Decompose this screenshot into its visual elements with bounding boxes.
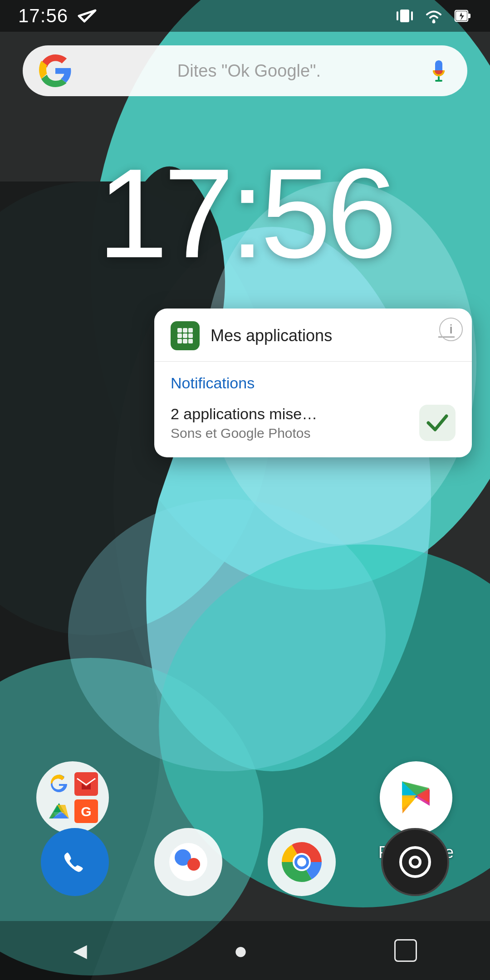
phone-icon	[41, 828, 109, 896]
status-bar: 17:56	[0, 0, 490, 32]
home-button[interactable]: ●	[234, 937, 248, 964]
mic-icon[interactable]	[426, 59, 451, 83]
svg-point-40	[187, 858, 200, 871]
svg-rect-25	[183, 339, 187, 343]
svg-marker-8	[79, 10, 95, 21]
search-bar[interactable]: Dites "Ok Google".	[23, 45, 467, 96]
back-button[interactable]: ◀	[73, 940, 87, 961]
moto-dock-app[interactable]	[381, 828, 449, 896]
svg-point-47	[412, 858, 419, 866]
popup-app-title: Mes applications	[211, 326, 332, 345]
check-badge-icon	[419, 405, 456, 441]
svg-rect-21	[177, 333, 182, 338]
svg-rect-24	[177, 339, 182, 343]
popup-section-label: Notifications	[154, 362, 472, 400]
svg-point-44	[297, 858, 306, 867]
google-logo	[39, 54, 72, 87]
svg-rect-22	[183, 333, 187, 338]
messages-dock-app[interactable]	[154, 828, 222, 896]
recent-apps-button[interactable]	[394, 939, 417, 962]
phone-dock-app[interactable]	[41, 828, 109, 896]
wifi-icon	[424, 8, 444, 24]
svg-rect-27	[419, 405, 456, 441]
svg-rect-20	[188, 328, 193, 333]
grid-icon	[176, 327, 194, 345]
svg-rect-14	[468, 14, 470, 18]
status-right	[396, 7, 472, 25]
svg-point-12	[432, 20, 436, 24]
popup-notification-text: 2 applications mise… Sons et Google Phot…	[171, 405, 419, 441]
dock	[18, 817, 472, 907]
search-placeholder: Dites "Ok Google".	[83, 61, 416, 81]
waze-icon	[76, 7, 98, 25]
status-time: 17:56	[18, 5, 68, 27]
popup-notification-subtitle: Sons et Google Photos	[171, 426, 419, 441]
notification-popup: i Mes applications —	[154, 309, 472, 457]
popup-notification-row[interactable]: 2 applications mise… Sons et Google Phot…	[154, 400, 472, 457]
battery-icon	[454, 7, 472, 25]
svg-rect-23	[188, 333, 193, 338]
google-g-small	[47, 772, 71, 796]
svg-rect-18	[177, 328, 182, 333]
vibrate-icon	[396, 7, 414, 25]
play-store-triangle	[393, 775, 439, 820]
svg-point-7	[68, 499, 386, 771]
chrome-icon	[268, 828, 336, 896]
big-clock: 17:56	[0, 141, 490, 286]
svg-rect-17	[435, 80, 442, 82]
moto-icon	[381, 828, 449, 896]
status-left: 17:56	[18, 5, 98, 27]
messages-icon	[154, 828, 222, 896]
svg-rect-11	[411, 11, 413, 20]
nav-bar: ◀ ●	[0, 921, 490, 980]
popup-header-left: Mes applications	[171, 321, 332, 350]
chrome-dock-app[interactable]	[268, 828, 336, 896]
svg-rect-26	[188, 339, 193, 343]
popup-app-icon	[171, 321, 200, 350]
popup-info-button[interactable]: i	[439, 318, 463, 341]
svg-rect-19	[183, 328, 187, 333]
info-icon: i	[450, 322, 452, 337]
svg-rect-10	[397, 11, 398, 20]
svg-rect-9	[400, 10, 409, 22]
gmail-small	[74, 772, 98, 796]
popup-header: Mes applications —	[154, 309, 472, 362]
popup-notification-title: 2 applications mise…	[171, 405, 419, 423]
